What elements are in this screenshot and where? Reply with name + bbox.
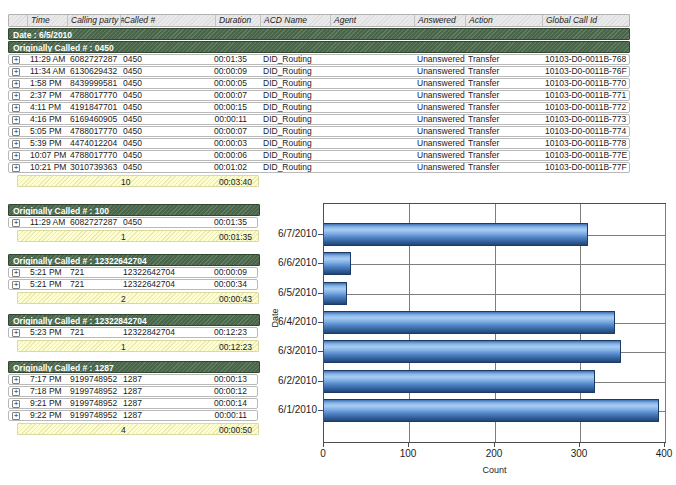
expand-icon[interactable]: + — [12, 116, 20, 124]
cell-calling_party: 8439999581 — [70, 79, 124, 88]
cell-duration: 00:00:34 — [189, 280, 247, 289]
cell-action: Transfer — [468, 163, 542, 172]
cell-agent — [333, 55, 415, 64]
summary-call-count: 4 — [121, 425, 181, 435]
group-summary-row: 1000:03:40 — [17, 175, 259, 187]
cell-duration: 00:12:23 — [189, 328, 247, 337]
table-row: +5:23 PM7211232284270400:12:23 — [8, 327, 258, 338]
cell-time: 7:17 PM — [30, 375, 70, 384]
cell-answered: Unanswered — [417, 151, 467, 160]
cell-action: Transfer — [468, 103, 542, 112]
expand-icon[interactable]: + — [12, 269, 20, 277]
cell-time: 4:11 PM — [30, 103, 70, 112]
cell-action: Transfer — [468, 139, 542, 148]
expand-icon[interactable]: + — [12, 376, 20, 384]
table-row: +5:21 PM7211232264270400:00:34 — [8, 279, 258, 290]
column-header-acd_name: ACD Name — [260, 15, 331, 26]
cell-acd_name: DID_Routing — [263, 79, 331, 88]
date-group-header: Date : 6/5/2010 — [8, 28, 630, 40]
cell-global_call_id: 10103-D0-0011B-772 — [545, 103, 629, 112]
chart-bar — [324, 399, 659, 422]
report-section: Originally Called # : 12322642704+5:21 P… — [8, 254, 260, 304]
cell-global_call_id: 10103-D0-0011B-770 — [545, 79, 629, 88]
x-tick-label: 300 — [571, 448, 588, 459]
table-row: +5:21 PM7211232264270400:00:09 — [8, 267, 258, 278]
cell-action: Transfer — [468, 79, 542, 88]
cell-global_call_id: 10103-D0-0011B-768 — [545, 55, 629, 64]
cell-calling_party: 9199748952 — [70, 399, 124, 408]
expand-icon[interactable]: + — [12, 281, 20, 289]
expand-icon[interactable]: + — [12, 400, 20, 408]
y-tick-mark — [318, 410, 323, 411]
cell-answered: Unanswered — [417, 139, 467, 148]
cell-time: 11:29 AM — [30, 55, 70, 64]
cell-calling_party: 9199748952 — [70, 387, 124, 396]
x-tick-mark — [664, 443, 665, 447]
expand-icon[interactable]: + — [12, 128, 20, 136]
table-row: +1:58 PM8439999581045000:00:05DID_Routin… — [8, 78, 630, 89]
x-tick-mark — [579, 443, 580, 447]
x-tick-mark — [323, 443, 324, 447]
cell-duration: 00:00:07 — [189, 127, 247, 136]
expand-icon[interactable]: + — [12, 56, 20, 64]
cell-time: 9:21 PM — [30, 399, 70, 408]
expand-icon[interactable]: + — [12, 92, 20, 100]
x-tick-mark — [408, 443, 409, 447]
cell-calling_party: 721 — [70, 328, 124, 337]
y-tick-mark — [318, 234, 323, 235]
cell-calling_party: 721 — [70, 280, 124, 289]
cell-time: 4:16 PM — [30, 115, 70, 124]
expand-icon[interactable]: + — [12, 164, 20, 172]
group-summary-row: 100:01:35 — [17, 230, 259, 242]
cell-time: 11:34 AM — [30, 67, 70, 76]
table-row: +4:16 PM6169460905045000:00:11DID_Routin… — [8, 114, 630, 125]
expand-icon[interactable]: + — [12, 104, 20, 112]
cell-duration: 00:00:15 — [189, 103, 247, 112]
cell-duration: 00:00:03 — [189, 139, 247, 148]
cell-action: Transfer — [468, 127, 542, 136]
cell-calling_party: 721 — [70, 268, 124, 277]
expand-icon[interactable]: + — [12, 80, 20, 88]
cell-duration: 00:01:02 — [189, 163, 247, 172]
expand-icon[interactable]: + — [12, 152, 20, 160]
column-header-global_call_id: Global Call Id — [542, 15, 629, 26]
cell-agent — [333, 151, 415, 160]
cell-duration: 00:00:11 — [189, 115, 247, 124]
table-row: +9:22 PM9199748952128700:00:11 — [8, 410, 258, 421]
cell-agent — [333, 91, 415, 100]
column-header-agent: Agent — [330, 15, 415, 26]
summary-call-count: 1 — [121, 342, 181, 352]
expand-icon[interactable]: + — [12, 412, 20, 420]
cell-acd_name: DID_Routing — [263, 163, 331, 172]
table-row: +5:05 PM4788017770045000:00:07DID_Routin… — [8, 126, 630, 137]
cell-duration: 00:00:13 — [189, 375, 247, 384]
cell-answered: Unanswered — [417, 67, 467, 76]
expand-icon[interactable]: + — [12, 388, 20, 396]
cell-action: Transfer — [468, 115, 542, 124]
chart-bar — [324, 340, 621, 363]
cell-action: Transfer — [468, 91, 542, 100]
cell-global_call_id: 10103-D0-0011B-77F — [545, 163, 629, 172]
cell-time: 5:05 PM — [30, 127, 70, 136]
report-section: Originally Called # : 12322842704+5:23 P… — [8, 314, 260, 352]
expand-icon[interactable]: + — [12, 219, 20, 227]
y-axis-title: Date — [270, 298, 280, 338]
x-tick-label: 200 — [486, 448, 503, 459]
chart-bar — [324, 223, 588, 246]
cell-answered: Unanswered — [417, 127, 467, 136]
gridline-horizontal — [324, 264, 665, 265]
cell-answered: Unanswered — [417, 103, 467, 112]
expand-icon[interactable]: + — [12, 140, 20, 148]
group-header: Originally Called # : 1287 — [8, 361, 260, 373]
report-section: Originally Called # : 1287+7:17 PM919974… — [8, 361, 260, 435]
cell-time: 1:58 PM — [30, 79, 70, 88]
call-report-screen: TimeCalling party #Called #DurationACD N… — [0, 0, 676, 485]
x-axis-title: Count — [323, 465, 666, 475]
cell-agent — [333, 79, 415, 88]
x-tick-label: 400 — [656, 448, 673, 459]
table-row: +4:11 PM4191847701045000:00:15DID_Routin… — [8, 102, 630, 113]
table-row: +11:29 AM6082727287045000:01:35DID_Routi… — [8, 54, 630, 65]
expand-icon[interactable]: + — [12, 329, 20, 337]
table-row: +11:34 AM6130629432045000:00:09DID_Routi… — [8, 66, 630, 77]
expand-icon[interactable]: + — [12, 68, 20, 76]
